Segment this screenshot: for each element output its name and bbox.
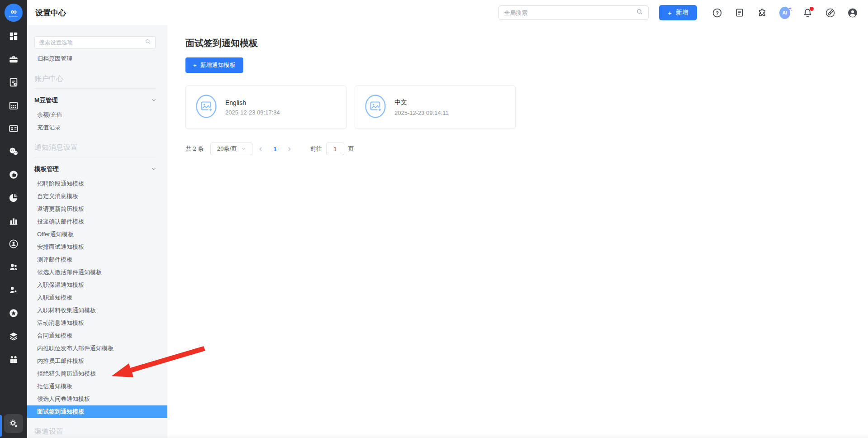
- plus-icon: +: [193, 62, 197, 69]
- infinity-logo-icon: ∞: [10, 8, 17, 15]
- next-page-icon[interactable]: [285, 145, 294, 153]
- page-size-value: 20条/页: [217, 145, 237, 153]
- sidebar-item[interactable]: 测评邮件模板: [27, 253, 167, 266]
- add-template-button[interactable]: + 新增通知模板: [185, 57, 243, 73]
- chevron-down-icon: [151, 97, 157, 104]
- header-new-button[interactable]: + 新增: [659, 5, 697, 20]
- settings-sidebar: 归档原因管理 账户中心 M豆管理 余额/充值 充值记录 通知消息设置 模板管理 …: [27, 25, 167, 438]
- talent-stars-icon[interactable]: [9, 285, 19, 295]
- global-search: [498, 5, 649, 20]
- rail-icon-list: [9, 31, 19, 364]
- sidebar-item[interactable]: 内推员工邮件模板: [27, 355, 167, 367]
- sidebar-group-mdou[interactable]: M豆管理: [27, 92, 167, 109]
- sidebar-item-interview-checkin-selected[interactable]: 面试签到通知模板: [27, 405, 167, 418]
- sidebar-item[interactable]: 活动消息通知模板: [27, 317, 167, 329]
- pie-chart-icon[interactable]: [9, 193, 19, 203]
- sparkle-icon: [787, 5, 792, 14]
- goto-page: 前往 页: [310, 143, 354, 155]
- prev-page-icon[interactable]: [256, 145, 265, 153]
- ai-assistant-icon[interactable]: AI: [779, 7, 790, 18]
- card-title: English: [225, 99, 280, 106]
- sidebar-item[interactable]: 归档原因管理: [27, 52, 167, 65]
- notification-dot: [810, 7, 814, 11]
- plus-icon: +: [668, 10, 672, 16]
- top-header: 设置中心 + 新增 ?: [27, 0, 868, 25]
- sidebar-item[interactable]: 入职保温通知模板: [27, 279, 167, 291]
- sidebar-search-input[interactable]: [39, 39, 145, 46]
- sidebar-group-templates[interactable]: 模板管理: [27, 161, 167, 177]
- goto-page-input[interactable]: [326, 143, 344, 155]
- sidebar-item[interactable]: 招聘阶段通知模板: [27, 177, 167, 190]
- header-icon-group: ? AI: [711, 7, 858, 18]
- star-circle-icon[interactable]: [9, 308, 19, 318]
- id-card-icon[interactable]: [9, 124, 19, 133]
- sidebar-item[interactable]: 邀请更新简历模板: [27, 203, 167, 215]
- page-size-select[interactable]: 20条/页: [210, 143, 252, 155]
- pagination-total: 共 2 条: [185, 145, 204, 153]
- sidebar-item[interactable]: 余额/充值: [27, 109, 167, 121]
- search-icon: [636, 8, 643, 17]
- help-icon[interactable]: ?: [711, 7, 722, 18]
- svg-text:?: ?: [716, 10, 719, 15]
- sidebar-section-title: 渠道设置: [34, 427, 156, 438]
- sidebar-item[interactable]: 拒绝猎头简历通知模板: [27, 367, 167, 380]
- wechat-icon[interactable]: [9, 147, 19, 157]
- global-search-input[interactable]: [504, 10, 636, 16]
- dashboard-icon[interactable]: [9, 31, 19, 41]
- template-card-list: English 2025-12-23 09:17:34 中文 2025-12-2…: [185, 86, 868, 129]
- page-title: 设置中心: [35, 8, 66, 18]
- assessment-person-icon[interactable]: [9, 239, 19, 249]
- sidebar-item[interactable]: Offer通知模板: [27, 228, 167, 241]
- sidebar-item[interactable]: 安排面试通知模板: [27, 241, 167, 253]
- sidebar-group-label: 模板管理: [34, 165, 59, 173]
- sidebar-item[interactable]: 充值记录: [27, 121, 167, 134]
- settings-gear-icon[interactable]: [4, 414, 23, 433]
- bar-chart-icon[interactable]: [9, 216, 19, 226]
- sidebar-section-title: 账户中心: [34, 74, 156, 89]
- document-icon[interactable]: [734, 7, 745, 18]
- template-card-chinese[interactable]: 中文 2025-12-23 09:14:11: [355, 86, 516, 129]
- user-avatar[interactable]: [847, 7, 858, 18]
- sidebar-item[interactable]: 入职材料收集通知模板: [27, 304, 167, 317]
- puzzle-plugin-icon[interactable]: [757, 7, 768, 18]
- image-template-icon: [365, 94, 386, 120]
- content-row: 归档原因管理 账户中心 M豆管理 余额/充值 充值记录 通知消息设置 模板管理 …: [27, 25, 868, 438]
- app-logo[interactable]: ∞ BoGeeker: [5, 4, 23, 22]
- current-page[interactable]: 1: [273, 146, 276, 152]
- card-info: English 2025-12-23 09:17:34: [225, 99, 280, 116]
- resume-report-icon[interactable]: [9, 77, 19, 87]
- layers-icon[interactable]: [9, 331, 19, 341]
- thumbs-up-icon[interactable]: [9, 170, 19, 180]
- card-timestamp: 2025-12-23 09:17:34: [225, 109, 280, 116]
- sidebar-item[interactable]: 拒信通知模板: [27, 380, 167, 393]
- sidebar-item[interactable]: 自定义消息模板: [27, 190, 167, 203]
- sidebar-item[interactable]: 候选人问卷通知模板: [27, 393, 167, 405]
- sidebar-group-label: M豆管理: [34, 96, 58, 105]
- page-unit-label: 页: [348, 145, 354, 153]
- sidebar-item[interactable]: 合同通知模板: [27, 329, 167, 342]
- sidebar-section-title: 通知消息设置: [34, 143, 156, 157]
- active-page-indicator: [0, 415, 2, 437]
- chevron-down-icon: [241, 146, 246, 152]
- link-chain-icon[interactable]: [825, 7, 835, 18]
- goto-label: 前往: [310, 145, 322, 153]
- main-content: 面试签到通知模板 + 新增通知模板 English 2025-12-23 09:…: [167, 25, 868, 438]
- header-new-button-label: 新增: [676, 9, 688, 17]
- calendar-icon[interactable]: [9, 100, 19, 110]
- briefcase-icon[interactable]: [9, 54, 19, 64]
- card-info: 中文 2025-12-23 09:14:11: [394, 99, 449, 116]
- team-icon[interactable]: [9, 262, 19, 272]
- card-title: 中文: [394, 99, 449, 107]
- search-icon: [145, 38, 151, 47]
- sidebar-item[interactable]: 内推职位发布人邮件通知模板: [27, 342, 167, 355]
- sidebar-item[interactable]: 入职通知模板: [27, 291, 167, 304]
- members-icon[interactable]: [9, 354, 19, 364]
- template-card-english[interactable]: English 2025-12-23 09:17:34: [185, 86, 346, 129]
- sidebar-item[interactable]: 候选人激活邮件通知模板: [27, 266, 167, 279]
- card-timestamp: 2025-12-23 09:14:11: [394, 110, 449, 116]
- app-root: ∞ BoGeeker: [0, 0, 868, 438]
- image-template-icon: [195, 94, 217, 120]
- pagination: 共 2 条 20条/页 1 前往 页: [185, 143, 868, 155]
- sidebar-item[interactable]: 投递确认邮件模板: [27, 215, 167, 228]
- notifications-bell-icon[interactable]: [802, 7, 813, 18]
